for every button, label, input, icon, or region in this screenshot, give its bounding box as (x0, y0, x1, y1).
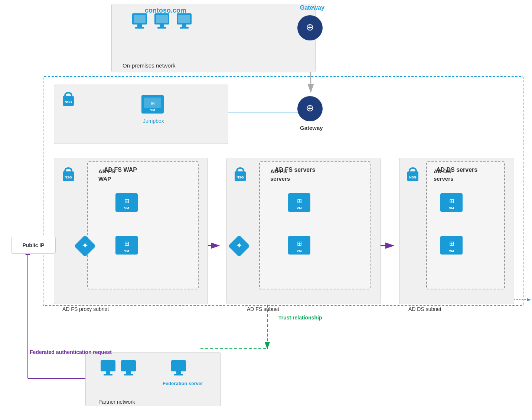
svg-text:VM: VM (449, 206, 454, 210)
on-premises-label: On-premises network (123, 62, 176, 69)
nsg-proxy: NSG (61, 166, 75, 184)
svg-rect-32 (178, 15, 190, 23)
ad-fs-servers-text: AD FSservers (270, 168, 290, 182)
gateway-circle-mid: ⊕ (297, 96, 323, 122)
svg-marker-19 (527, 298, 531, 301)
svg-text:VM: VM (124, 249, 129, 253)
svg-rect-75 (126, 371, 131, 374)
ad-fs-vm1: ⊞ VM (288, 193, 311, 215)
svg-text:⊞: ⊞ (297, 198, 302, 204)
svg-rect-30 (182, 24, 186, 27)
lb1-diamond: ✦ (74, 235, 96, 258)
lb2-diamond: ✦ (228, 235, 250, 258)
monitor-1 (132, 13, 147, 32)
svg-text:⊞: ⊞ (124, 240, 129, 247)
ad-fs-proxy-subnet-label: AD FS proxy subnet (62, 306, 109, 312)
svg-rect-24 (134, 15, 146, 23)
ad-ds-vm2: ⊞ VM (440, 236, 463, 257)
ad-fs-vm2: ⊞ VM (288, 236, 311, 257)
svg-text:⊞: ⊞ (449, 198, 454, 204)
svg-rect-26 (160, 24, 164, 27)
svg-text:✦: ✦ (236, 241, 242, 250)
svg-text:NSG: NSG (65, 100, 72, 104)
monitor-2 (154, 13, 170, 32)
nsg-adds: NSG (406, 166, 420, 184)
svg-text:✦: ✦ (82, 241, 88, 250)
svg-rect-73 (104, 374, 112, 375)
public-ip-label: Public IP (22, 242, 44, 248)
federation-server-monitor (171, 360, 186, 379)
svg-text:⊞: ⊞ (124, 198, 129, 204)
svg-rect-27 (157, 27, 166, 29)
svg-text:⊕: ⊕ (306, 22, 314, 33)
svg-rect-79 (174, 374, 183, 375)
nsg-jumpbox: NSG (61, 91, 75, 109)
ad-ds-vm1: ⊞ VM (440, 193, 463, 215)
ad-ds-subnet-label: AD DS subnet (408, 306, 441, 312)
federated-auth-label: Federated authentication request (30, 349, 112, 356)
svg-rect-72 (106, 371, 110, 374)
svg-text:VM: VM (449, 249, 454, 253)
federation-server-label: Federation server (163, 381, 203, 387)
jumpbox-vm: ⊞ VM (141, 95, 164, 117)
svg-text:NSG: NSG (65, 175, 72, 179)
svg-rect-77 (171, 360, 186, 371)
partner-monitor-b (121, 360, 136, 379)
ad-fs-wap-text: AD FSWAP (98, 168, 115, 182)
svg-rect-76 (124, 374, 133, 375)
jumpbox-label: Jumpbox (143, 118, 164, 124)
partner-network-label: Partner network (98, 399, 135, 405)
svg-text:VM: VM (297, 206, 302, 210)
svg-rect-74 (121, 360, 136, 371)
svg-text:NSG: NSG (409, 175, 417, 179)
nsg-adfs: NSG (233, 166, 247, 184)
trust-relationship-label: Trust relationship (278, 315, 322, 321)
svg-rect-28 (156, 15, 168, 23)
svg-rect-23 (135, 27, 144, 29)
svg-rect-78 (176, 371, 181, 374)
svg-text:VM: VM (150, 108, 155, 112)
partner-monitor-a (100, 360, 116, 379)
gateway-mid-label: Gateway (300, 125, 323, 131)
svg-rect-22 (137, 24, 142, 27)
ad-ds-servers-text: AD DSservers (434, 168, 453, 182)
svg-text:VM: VM (124, 206, 129, 210)
svg-text:⊕: ⊕ (306, 102, 314, 114)
svg-rect-71 (101, 360, 115, 371)
svg-rect-31 (180, 27, 189, 29)
gateway-top-label: Gateway (300, 4, 324, 11)
public-ip-box: Public IP (11, 237, 56, 254)
ad-fs-subnet-label: AD FS subnet (247, 306, 279, 312)
ad-fs-wap-vm1: ⊞ VM (115, 193, 138, 215)
ad-fs-wap-vm2: ⊞ VM (115, 236, 138, 257)
svg-text:⊞: ⊞ (297, 240, 302, 247)
gateway-circle-top: ⊕ (297, 15, 323, 41)
diagram-container: contoso.com On-premises network Gateway (0, 0, 532, 420)
svg-text:VM: VM (297, 249, 302, 253)
svg-text:NSG: NSG (236, 175, 244, 179)
svg-text:⊞: ⊞ (449, 240, 454, 247)
monitor-3 (176, 13, 192, 32)
svg-text:⊞: ⊞ (151, 101, 155, 106)
